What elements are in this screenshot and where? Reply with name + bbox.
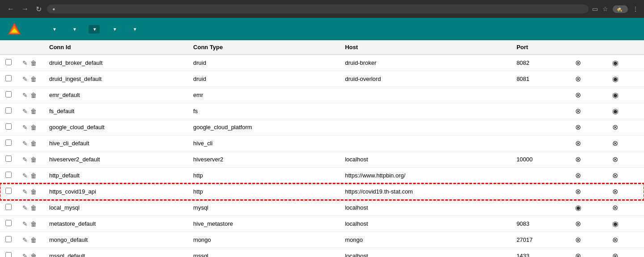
header-checkbox-col — [0, 40, 17, 55]
table-row: ✎ 🗑 fs_default fs ⊗ ◉ — [0, 103, 644, 119]
delete-icon[interactable]: 🗑 — [30, 220, 37, 228]
delete-icon[interactable]: 🗑 — [30, 188, 37, 195]
delete-icon[interactable]: 🗑 — [30, 172, 37, 179]
table-row: ✎ 🗑 mssql_default mssql localhost 1433 ⊗… — [0, 248, 644, 257]
delete-icon[interactable]: 🗑 — [30, 124, 37, 131]
table-row: ✎ 🗑 hive_cli_default hive_cli ⊗ ⊗ — [0, 135, 644, 152]
row-host: localhost — [339, 216, 511, 232]
row-conn-type: http — [188, 168, 339, 184]
row-port — [511, 135, 570, 152]
screen-cast-icon[interactable]: ▭ — [592, 5, 598, 13]
delete-icon[interactable]: 🗑 — [30, 140, 37, 147]
row-status1: ⊗ — [570, 152, 607, 168]
delete-icon[interactable]: 🗑 — [30, 59, 37, 67]
row-conn-id: http_default — [44, 168, 188, 184]
row-host: mongo — [339, 232, 511, 248]
nav-browse[interactable]: ▼ — [68, 25, 80, 34]
table-row: ✎ 🗑 google_cloud_default google_cloud_pl… — [0, 119, 644, 135]
delete-icon[interactable]: 🗑 — [30, 76, 37, 83]
row-action-cell: ✎ 🗑 — [17, 200, 44, 216]
row-port: 8081 — [511, 71, 570, 87]
row-checkbox[interactable] — [5, 59, 12, 65]
row-status1: ◉ — [570, 200, 607, 216]
edit-icon[interactable]: ✎ — [22, 140, 28, 147]
row-port: 8082 — [511, 55, 570, 71]
navbar-left: ▼ ▼ ▼ ▼ ▼ — [7, 22, 140, 36]
row-checkbox[interactable] — [5, 75, 12, 81]
edit-icon[interactable]: ✎ — [22, 59, 28, 67]
row-checkbox[interactable] — [5, 252, 12, 257]
row-status1: ⊗ — [570, 232, 607, 248]
delete-icon[interactable]: 🗑 — [30, 204, 37, 211]
back-button[interactable]: ← — [5, 3, 16, 15]
row-action-cell: ✎ 🗑 — [17, 119, 44, 135]
edit-icon[interactable]: ✎ — [22, 204, 28, 211]
delete-icon[interactable]: 🗑 — [30, 236, 37, 244]
about-arrow: ▼ — [133, 27, 137, 32]
connections-table: Conn Id Conn Type Host Port ✎ 🗑 druid_br… — [0, 40, 644, 257]
row-checkbox[interactable] — [5, 107, 12, 114]
row-checkbox[interactable] — [5, 123, 12, 130]
nav-about[interactable]: ▼ — [129, 25, 140, 34]
edit-icon[interactable]: ✎ — [22, 172, 28, 179]
row-conn-id: fs_default — [44, 103, 188, 119]
edit-icon[interactable]: ✎ — [22, 124, 28, 131]
row-checkbox[interactable] — [5, 204, 12, 210]
logo[interactable] — [7, 22, 25, 36]
nav-docs[interactable]: ▼ — [109, 25, 120, 34]
row-checkbox-cell — [0, 152, 17, 168]
row-conn-type: fs — [188, 103, 339, 119]
row-conn-type: emr — [188, 87, 339, 103]
browse-arrow: ▼ — [72, 27, 77, 32]
row-host — [339, 87, 511, 103]
row-checkbox[interactable] — [5, 220, 12, 226]
nav-data-profiling[interactable]: ▼ — [48, 25, 59, 34]
edit-icon[interactable]: ✎ — [22, 188, 28, 195]
reload-button[interactable]: ↻ — [34, 3, 43, 15]
row-checkbox-cell — [0, 248, 17, 257]
data-profiling-arrow: ▼ — [52, 27, 57, 32]
row-host — [339, 103, 511, 119]
edit-icon[interactable]: ✎ — [22, 76, 28, 83]
edit-icon[interactable]: ✎ — [22, 236, 28, 244]
nav-dags[interactable] — [34, 27, 39, 31]
browser-right-icons: ▭ ☆ 🕵 ⋮ — [592, 5, 639, 13]
row-checkbox[interactable] — [5, 236, 12, 242]
bookmark-icon[interactable]: ☆ — [602, 5, 608, 13]
row-host: druid-broker — [339, 55, 511, 71]
row-host: https://www.httpbin.org/ — [339, 168, 511, 184]
delete-icon[interactable]: 🗑 — [30, 108, 37, 115]
row-port — [511, 168, 570, 184]
edit-icon[interactable]: ✎ — [22, 220, 28, 228]
edit-icon[interactable]: ✎ — [22, 156, 28, 163]
row-port — [511, 119, 570, 135]
row-conn-id: local_mysql — [44, 200, 188, 216]
table-row: ✎ 🗑 https_covid19_api http https://covid… — [0, 184, 644, 200]
row-conn-type: hiveserver2 — [188, 152, 339, 168]
row-checkbox[interactable] — [5, 188, 12, 194]
edit-icon[interactable]: ✎ — [22, 108, 28, 115]
row-conn-type: google_cloud_platform — [188, 119, 339, 135]
row-checkbox[interactable] — [5, 156, 12, 162]
address-bar[interactable]: ● — [47, 4, 589, 13]
delete-icon[interactable]: 🗑 — [30, 253, 37, 257]
menu-icon[interactable]: ⋮ — [632, 5, 639, 13]
row-checkbox[interactable] — [5, 172, 12, 178]
row-checkbox[interactable] — [5, 91, 12, 97]
row-status2: ◉ — [607, 71, 644, 87]
delete-icon[interactable]: 🗑 — [30, 156, 37, 163]
row-status1: ⊗ — [570, 103, 607, 119]
row-checkbox-cell — [0, 103, 17, 119]
delete-icon[interactable]: 🗑 — [30, 92, 37, 99]
row-action-cell: ✎ 🗑 — [17, 71, 44, 87]
row-status2: ◉ — [607, 216, 644, 232]
table-row: ✎ 🗑 mongo_default mongo mongo 27017 ⊗ ⊗ — [0, 232, 644, 248]
edit-icon[interactable]: ✎ — [22, 92, 28, 99]
row-checkbox[interactable] — [5, 139, 12, 146]
table-row: ✎ 🗑 druid_broker_default druid druid-bro… — [0, 55, 644, 71]
row-host: https://covid19.th-stat.com — [339, 184, 511, 200]
forward-button[interactable]: → — [20, 3, 30, 15]
edit-icon[interactable]: ✎ — [22, 253, 28, 257]
nav-admin[interactable]: ▼ — [89, 25, 100, 34]
row-host: druid-overlord — [339, 71, 511, 87]
